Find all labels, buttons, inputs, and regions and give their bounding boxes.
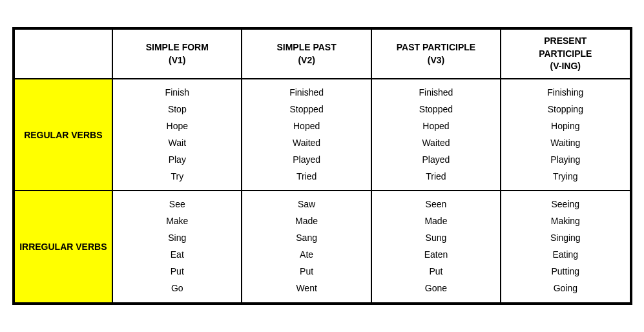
verb-word: Tried bbox=[296, 169, 317, 185]
header-row: SIMPLE FORM (V1) SIMPLE PAST (V2) PAST P… bbox=[14, 29, 630, 79]
v3-cell-row1: SeenMadeSungEatenPutGone bbox=[371, 191, 501, 302]
verb-word: Play bbox=[169, 152, 186, 169]
verb-word: Trying bbox=[553, 169, 577, 185]
verb-word: Sing bbox=[168, 230, 186, 247]
verb-word: Try bbox=[171, 169, 183, 185]
verb-table: SIMPLE FORM (V1) SIMPLE PAST (V2) PAST P… bbox=[14, 28, 631, 303]
verb-word: Put bbox=[429, 264, 442, 280]
verb-word: Seeing bbox=[552, 196, 580, 213]
verb-word: Put bbox=[171, 264, 184, 280]
verb-word: Finished bbox=[419, 85, 453, 101]
v1-cell-row1: SeeMakeSingEatPutGo bbox=[112, 191, 242, 302]
verb-word: Waited bbox=[293, 135, 320, 152]
table-row: IRREGULAR VERBSSeeMakeSingEatPutGoSawMad… bbox=[14, 191, 630, 302]
verb-word: Played bbox=[422, 152, 450, 169]
category-cell-1: IRREGULAR VERBS bbox=[14, 191, 113, 302]
table-body: REGULAR VERBSFinishStopHopeWaitPlayTryFi… bbox=[14, 79, 630, 303]
v2-cell-row1: SawMadeSangAtePutWent bbox=[242, 191, 371, 302]
verb-word: Hoping bbox=[551, 118, 579, 135]
verb-word: Eaten bbox=[424, 247, 448, 264]
header-v1: SIMPLE FORM (V1) bbox=[112, 29, 242, 79]
verb-word: Gone bbox=[425, 280, 447, 297]
verb-word: Stopped bbox=[290, 101, 324, 118]
verb-word: Wait bbox=[169, 135, 186, 152]
verb-word: Sung bbox=[426, 230, 447, 247]
verb-word: Made bbox=[295, 213, 318, 230]
header-v2: SIMPLE PAST (V2) bbox=[242, 29, 371, 79]
verb-word: Finished bbox=[289, 85, 324, 101]
verb-word: Making bbox=[551, 213, 580, 230]
verb-word: Ate bbox=[300, 247, 313, 264]
verb-word: Going bbox=[554, 280, 577, 297]
verb-word: Singing bbox=[550, 230, 581, 247]
v2-cell-row0: FinishedStoppedHopedWaitedPlayedTried bbox=[242, 79, 371, 191]
verb-word: Waiting bbox=[550, 135, 580, 152]
header-v3: PAST PARTICIPLE (V3) bbox=[371, 29, 501, 79]
verb-word: Put bbox=[300, 264, 313, 280]
header-ving: PRESENT PARTICIPLE (V-ING) bbox=[501, 29, 630, 79]
verb-word: Eating bbox=[552, 247, 578, 264]
verb-word: Playing bbox=[550, 152, 580, 169]
verb-word: Make bbox=[166, 213, 188, 230]
verb-table-wrapper: SIMPLE FORM (V1) SIMPLE PAST (V2) PAST P… bbox=[12, 27, 632, 304]
verb-word: Went bbox=[296, 280, 317, 297]
verb-word: See bbox=[169, 196, 185, 213]
category-cell-0: REGULAR VERBS bbox=[14, 79, 113, 191]
v1-cell-row0: FinishStopHopeWaitPlayTry bbox=[112, 79, 242, 191]
verb-word: Hoped bbox=[293, 118, 320, 135]
verb-word: Hoped bbox=[422, 118, 449, 135]
verb-word: Stopping bbox=[548, 101, 583, 118]
ving-cell-row0: FinishingStoppingHopingWaitingPlayingTry… bbox=[501, 79, 630, 191]
verb-word: Waited bbox=[422, 135, 450, 152]
verb-word: Saw bbox=[298, 196, 315, 213]
verb-word: Hope bbox=[167, 118, 188, 135]
verb-word: Finishing bbox=[547, 85, 583, 101]
verb-word: Eat bbox=[171, 247, 184, 264]
verb-word: Seen bbox=[426, 196, 447, 213]
verb-word: Go bbox=[171, 280, 183, 297]
table-row: REGULAR VERBSFinishStopHopeWaitPlayTryFi… bbox=[14, 79, 630, 191]
verb-word: Stop bbox=[168, 101, 187, 118]
header-empty bbox=[14, 29, 113, 79]
verb-word: Finish bbox=[165, 85, 189, 101]
ving-cell-row1: SeeingMakingSingingEatingPuttingGoing bbox=[501, 191, 630, 302]
v3-cell-row0: FinishedStoppedHopedWaitedPlayedTried bbox=[371, 79, 501, 191]
verb-word: Played bbox=[293, 152, 320, 169]
verb-word: Sang bbox=[296, 230, 317, 247]
verb-word: Tried bbox=[426, 169, 446, 185]
verb-word: Stopped bbox=[419, 101, 453, 118]
verb-word: Made bbox=[424, 213, 447, 230]
verb-word: Putting bbox=[552, 264, 580, 280]
